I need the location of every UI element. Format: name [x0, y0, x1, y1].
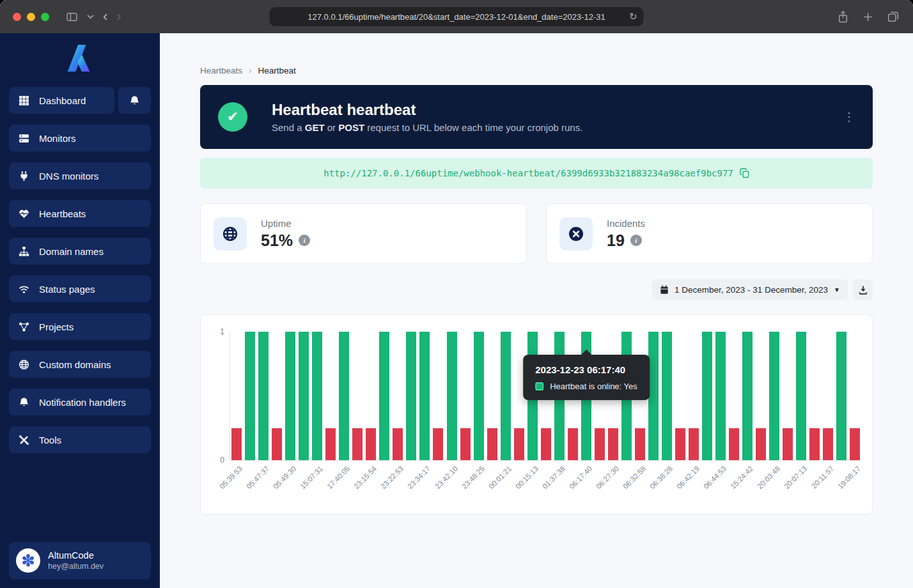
user-account[interactable]: ✽ AltumCode hey@altum.dev	[9, 542, 151, 579]
sidebar-nav: Dashboard MonitorsDNS monitorsHeartbeats…	[0, 87, 160, 453]
bar-offline[interactable]	[823, 428, 833, 460]
sidebar-item-label: Domain names	[39, 246, 104, 257]
bar-offline[interactable]	[729, 428, 739, 460]
bar-offline[interactable]	[689, 428, 699, 460]
bar-offline[interactable]	[393, 428, 403, 460]
bar-online[interactable]	[474, 332, 484, 460]
bar-online[interactable]	[702, 332, 712, 460]
bar-offline[interactable]	[635, 428, 645, 460]
share-icon[interactable]	[838, 11, 848, 23]
bar-online[interactable]	[245, 332, 255, 460]
download-button[interactable]	[853, 279, 873, 300]
incidents-label: Incidents	[607, 218, 645, 229]
sidebar-item-label: Monitors	[39, 133, 76, 144]
incidents-card: Incidents 19i	[546, 203, 873, 264]
bar-online[interactable]	[339, 332, 349, 460]
bar-offline[interactable]	[231, 428, 242, 460]
sidebar-item-tools[interactable]: Tools	[9, 426, 151, 453]
bar-online[interactable]	[769, 332, 779, 460]
webhook-url-banner[interactable]: http://127.0.0.1/66uptime/webhook-heartb…	[200, 158, 873, 189]
sidebar-item-dns-monitors[interactable]: DNS monitors	[9, 162, 151, 189]
notifications-bell-button[interactable]	[118, 87, 151, 114]
caret-down-icon: ▼	[834, 286, 840, 293]
sidebar-item-notification-handlers[interactable]: Notification handlers	[9, 389, 151, 415]
bar-online[interactable]	[285, 332, 295, 460]
bar-online[interactable]	[379, 332, 389, 460]
bar-offline[interactable]	[568, 428, 578, 460]
close-window-button[interactable]	[13, 13, 21, 21]
new-tab-icon[interactable]	[862, 12, 873, 22]
brand-logo[interactable]	[0, 33, 160, 87]
bar-online[interactable]	[742, 332, 753, 460]
bar-online[interactable]	[312, 332, 322, 460]
bar-online[interactable]	[796, 332, 806, 460]
bar-online[interactable]	[299, 332, 309, 460]
bar-offline[interactable]	[433, 428, 443, 460]
reload-icon[interactable]: ↻	[629, 11, 637, 22]
back-button[interactable]: ‹	[103, 10, 107, 24]
browser-chrome: ‹ › 127.0.0.1/66uptime/heartbeat/20&star…	[0, 0, 913, 33]
heartbeat-header-card: ✔ Heartbeat heartbeat Send a GET or POST…	[200, 85, 873, 149]
breadcrumb: Heartbeats › Heartbeat	[200, 66, 873, 75]
sidebar-item-heartbeats[interactable]: Heartbeats	[9, 200, 151, 227]
bar-offline[interactable]	[675, 428, 685, 460]
tooltip-date: 2023-12-23 06:17:40	[535, 364, 637, 375]
sidebar-item-monitors[interactable]: Monitors	[9, 125, 151, 151]
sidebar-item-status-pages[interactable]: Status pages	[9, 275, 151, 302]
sidebar: Dashboard MonitorsDNS monitorsHeartbeats…	[0, 33, 160, 588]
bar-offline[interactable]	[809, 428, 820, 460]
traffic-lights	[13, 13, 49, 21]
bar-online[interactable]	[715, 332, 726, 460]
sidebar-item-dashboard[interactable]: Dashboard	[9, 87, 114, 114]
info-icon[interactable]: i	[299, 235, 310, 246]
sidebar-item-label: Custom domains	[39, 359, 111, 370]
sidebar-item-label: Dashboard	[39, 95, 86, 106]
nodes-icon	[19, 321, 29, 332]
bar-offline[interactable]	[514, 428, 524, 460]
tools-icon	[19, 435, 29, 445]
bell-icon	[129, 95, 140, 106]
calendar-icon	[660, 285, 669, 295]
tab-overview-icon[interactable]	[887, 11, 899, 22]
bar-offline[interactable]	[850, 428, 860, 460]
minimize-window-button[interactable]	[27, 13, 35, 21]
forward-button[interactable]: ›	[116, 10, 121, 24]
bar-offline[interactable]	[756, 428, 766, 460]
bar-online[interactable]	[836, 332, 847, 460]
bar-offline[interactable]	[608, 428, 618, 460]
bar-offline[interactable]	[325, 428, 336, 460]
zoom-window-button[interactable]	[41, 13, 49, 21]
bar-offline[interactable]	[487, 428, 497, 460]
bar-online[interactable]	[501, 332, 511, 460]
bar-online[interactable]	[406, 332, 416, 460]
info-icon[interactable]: i	[630, 235, 642, 246]
bar-online[interactable]	[258, 332, 269, 460]
url-bar[interactable]: 127.0.0.1/66uptime/heartbeat/20&start_da…	[270, 7, 644, 26]
bar-offline[interactable]	[460, 428, 471, 460]
sidebar-toggle-icon[interactable]	[66, 12, 78, 22]
bar-online[interactable]	[419, 332, 430, 460]
sidebar-item-custom-domains[interactable]: Custom domains	[9, 351, 151, 378]
bar-offline[interactable]	[783, 428, 793, 460]
uptime-value: 51%i	[261, 231, 310, 250]
kebab-menu-icon[interactable]: ⋮	[843, 110, 855, 124]
bar-offline[interactable]	[352, 428, 363, 460]
bar-offline[interactable]	[272, 428, 282, 460]
date-range-picker[interactable]: 1 December, 2023 - 31 December, 2023 ▼	[652, 279, 848, 300]
chevron-down-icon[interactable]	[87, 14, 94, 19]
breadcrumb-current: Heartbeat	[258, 66, 295, 75]
bar-offline[interactable]	[595, 428, 605, 460]
sidebar-item-domain-names[interactable]: Domain names	[9, 238, 151, 265]
bar-online[interactable]	[447, 332, 457, 460]
copy-icon[interactable]	[740, 168, 749, 178]
bar-offline[interactable]	[541, 428, 551, 460]
sidebar-item-label: Status pages	[39, 284, 95, 295]
avatar: ✽	[16, 548, 40, 573]
bar-online[interactable]	[648, 332, 659, 460]
sidebar-item-projects[interactable]: Projects	[9, 313, 151, 340]
date-range-label: 1 December, 2023 - 31 December, 2023	[675, 285, 828, 295]
tooltip-label: Heartbeat is online: Yes	[550, 382, 637, 391]
bar-offline[interactable]	[366, 428, 376, 460]
bar-online[interactable]	[662, 332, 672, 460]
breadcrumb-heartbeats-link[interactable]: Heartbeats	[200, 66, 242, 75]
